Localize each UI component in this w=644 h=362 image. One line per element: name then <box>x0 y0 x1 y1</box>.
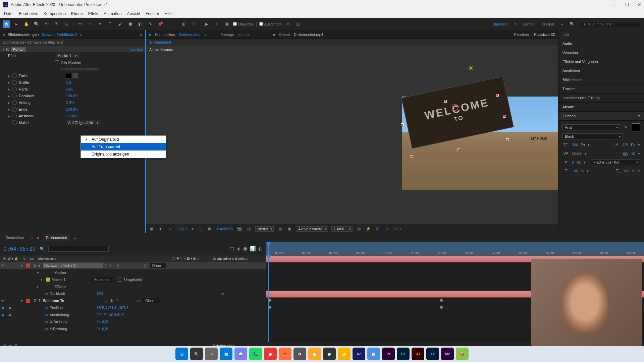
stopwatch-icon[interactable] <box>12 114 17 118</box>
handle[interactable] <box>444 100 447 103</box>
motion-blur-icon[interactable]: ⬢ <box>243 246 247 251</box>
orbit-tool[interactable]: ⟲ <box>43 20 50 28</box>
panel-menu-icon[interactable]: ≡ <box>638 114 640 118</box>
mask-color[interactable] <box>46 278 50 282</box>
panel-menu-icon[interactable]: » <box>140 32 143 37</box>
tracking[interactable]: 10 <box>631 152 635 156</box>
ae-button[interactable]: Ae <box>353 348 365 360</box>
visibility-toggle[interactable]: 👁 <box>1 299 6 303</box>
layer-color[interactable] <box>26 263 30 267</box>
workspace-standard[interactable]: Standard <box>493 22 508 26</box>
view-axis-tool[interactable]: ◫ <box>190 20 197 28</box>
section-info[interactable]: Info <box>558 30 644 39</box>
visibility-toggle[interactable]: 👁 <box>1 264 6 267</box>
hand-tool[interactable]: ✋ <box>23 20 30 28</box>
effect-reset[interactable]: Zurück <box>131 47 143 51</box>
lr-button[interactable]: Lr <box>426 348 439 360</box>
layer-search[interactable] <box>48 246 109 252</box>
layer-name[interactable]: Welcome To <box>43 299 103 303</box>
workspace-lernen[interactable]: Lernen <box>523 22 535 26</box>
3d-icon[interactable]: ∞ <box>167 226 173 232</box>
ausrichtung-val[interactable]: 0,0°,321,0°,345,0° <box>97 313 124 317</box>
section-bibliotheken[interactable]: Bibliotheken <box>558 75 644 84</box>
plus-tool[interactable]: + <box>213 20 220 28</box>
brush-tool[interactable]: 🖌 <box>116 20 124 28</box>
layer-effekte[interactable]: ▸ Effekte <box>0 283 266 290</box>
menu-effekt[interactable]: Effekt <box>88 11 98 16</box>
mask-tool[interactable]: ✧ <box>284 20 292 28</box>
taskview-button[interactable]: ▭ <box>205 348 218 360</box>
playhead-line[interactable] <box>268 255 269 342</box>
parent-dropdown[interactable]: Ohne <box>150 263 166 268</box>
obs-button[interactable]: ◉ <box>323 348 336 360</box>
layer-name[interactable]: [Schwar...bfläche 2] <box>43 263 103 268</box>
menu-bearbeiten[interactable]: Bearbeiten <box>19 11 38 16</box>
stopwatch-icon[interactable] <box>12 94 17 98</box>
timeline-icon[interactable]: ⬡ <box>375 226 381 232</box>
eraser-tool[interactable]: ◧ <box>137 20 144 28</box>
rotate-tool[interactable]: ↻ <box>53 20 60 28</box>
billboard-layer[interactable]: WELCOME TO <box>401 76 514 148</box>
flowchart-icon[interactable]: ⊙ <box>384 226 390 232</box>
popup-item-original[interactable]: Auf Originalbild <box>81 136 166 143</box>
alpha-icon[interactable]: ▦ <box>149 226 155 232</box>
xdrehung-val[interactable]: 0x+0,0° <box>97 320 108 324</box>
stopwatch-icon[interactable] <box>12 80 17 85</box>
start-button[interactable]: ⊞ <box>175 348 188 360</box>
shy-icon[interactable]: ⬚ <box>230 246 234 251</box>
app-button[interactable]: 📦 <box>456 348 469 360</box>
rect-tool[interactable]: ▭ <box>76 20 84 28</box>
search-button[interactable]: 🔍 <box>190 348 203 360</box>
popup-item-transparent[interactable]: Auf Transparent <box>81 143 166 150</box>
anfang-value[interactable]: 0,0 <box>66 101 71 105</box>
comp-breadcrumb[interactable]: Drohnenshot <box>146 39 558 46</box>
ai-button[interactable]: Ai <box>412 348 424 360</box>
leading[interactable]: 325 <box>622 143 628 147</box>
stopwatch-icon[interactable] <box>12 87 17 92</box>
section-effekte[interactable]: Effekte und Vorgaben <box>558 57 644 66</box>
draft-icon[interactable]: ◐ <box>258 246 262 251</box>
layer-maske1[interactable]: ▸ Maske 1 Addieren Umgekehrt <box>0 276 266 283</box>
exposure-value[interactable]: +0,0 <box>393 227 401 231</box>
home-tool[interactable]: 🏠 <box>3 20 10 28</box>
section-zeichen[interactable]: Zeichen≡ <box>558 112 644 121</box>
pixel-aspect-icon[interactable]: ▥ <box>356 226 362 232</box>
section-ausrichten[interactable]: Ausrichten <box>558 66 644 75</box>
align-toggle[interactable]: Ausrichten <box>259 22 282 26</box>
keyframe[interactable] <box>439 305 443 309</box>
close-button[interactable]: ✕ <box>637 2 641 7</box>
channel-icon[interactable]: ▤ <box>246 226 252 232</box>
section-vorschau[interactable]: Vorschau <box>558 48 644 57</box>
stroke-width[interactable]: 0 <box>572 160 574 164</box>
stopwatch-icon[interactable] <box>12 107 17 112</box>
layer-ausrichtung[interactable]: ◆◂▸ ⊙ Ausrichtung 0,0°,321,0°,345,0° <box>0 311 266 318</box>
layer-2[interactable]: 👁 ▾ 2 T Welcome To ⬚ ✱ / ⊙ Ohne <box>0 297 266 304</box>
layer-color[interactable] <box>26 299 30 303</box>
comp-preview[interactable]: WELCOME TO MY HOME <box>402 97 558 190</box>
snapshot-icon[interactable]: 📷 <box>236 226 243 232</box>
playhead[interactable] <box>268 242 269 255</box>
ellipse-tool[interactable]: ○ <box>86 20 94 28</box>
handle[interactable] <box>458 148 460 151</box>
layer-ydrehung[interactable]: ⊙ Y-Drehung 0x+0,0° <box>0 325 266 333</box>
timeline-timecode[interactable]: 0:04:05:29 <box>3 246 36 252</box>
camera-dropdown[interactable]: Aktive Kamera <box>296 226 328 232</box>
stopwatch-icon[interactable] <box>12 73 17 78</box>
pen-tool[interactable]: ✒ <box>96 20 104 28</box>
layer-1[interactable]: 👁 ▾ 1 ■ [Schwar...bfläche 2] ⬚ / fx ⊙ Oh… <box>0 262 266 269</box>
res-icon[interactable]: ⬚ <box>197 226 203 232</box>
abstaende-value[interactable]: 15,00 <box>66 114 75 118</box>
comp-tab-name[interactable]: Drohnenshot <box>179 33 200 37</box>
play-tool[interactable]: ▶ <box>203 20 210 28</box>
effects-tab-layer[interactable]: Schwarz Farbfläche 2 <box>41 33 77 37</box>
deckkraft-value[interactable]: 100,0 <box>66 94 75 98</box>
roto-tool[interactable]: ✎ <box>147 20 154 28</box>
fast-preview-icon[interactable]: ⚡ <box>365 226 371 232</box>
effects-tab[interactable]: Effekteinstellungen <box>8 33 39 37</box>
region-icon[interactable]: ▣ <box>286 226 292 232</box>
minimize-button[interactable]: — <box>612 2 617 7</box>
layer-masken[interactable]: ▾ Masken <box>0 269 266 276</box>
light-icon[interactable]: ✴ <box>468 64 474 73</box>
time-ruler[interactable]: 06;29f 07;29f 08;29f 09;29f 10;29f 11;29… <box>266 242 644 255</box>
handle[interactable] <box>496 94 499 97</box>
